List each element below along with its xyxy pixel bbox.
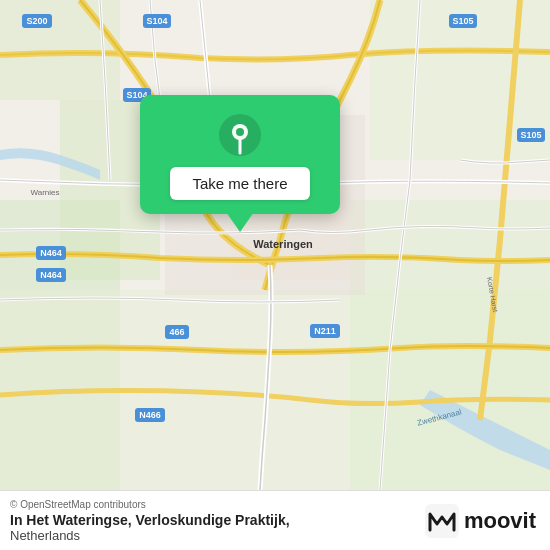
svg-point-35 <box>236 128 244 136</box>
svg-text:466: 466 <box>169 327 184 337</box>
moovit-text: moovit <box>464 508 536 534</box>
moovit-logo-icon <box>425 504 459 538</box>
bottom-bar: © OpenStreetMap contributors In Het Wate… <box>0 490 550 550</box>
place-title: In Het Wateringse, Verloskundige Praktij… <box>10 512 290 528</box>
svg-text:S105: S105 <box>452 16 473 26</box>
bottom-info: © OpenStreetMap contributors In Het Wate… <box>10 499 290 543</box>
svg-text:N466: N466 <box>139 410 161 420</box>
svg-text:N464: N464 <box>40 270 62 280</box>
place-subtitle: Netherlands <box>10 528 290 543</box>
svg-text:S104: S104 <box>146 16 167 26</box>
copyright-text: © OpenStreetMap contributors <box>10 499 290 510</box>
svg-text:Warnies: Warnies <box>30 188 59 197</box>
svg-text:N211: N211 <box>314 326 336 336</box>
map-popup: Take me there <box>140 95 340 214</box>
take-me-there-button[interactable]: Take me there <box>170 167 309 200</box>
map-container: S200 S104 S104 S105 S105 N464 N464 466 N… <box>0 0 550 490</box>
svg-text:Wateringen: Wateringen <box>253 238 313 250</box>
svg-text:S105: S105 <box>520 130 541 140</box>
moovit-logo: moovit <box>425 504 536 538</box>
svg-text:S200: S200 <box>26 16 47 26</box>
location-pin-icon <box>218 113 262 157</box>
svg-text:N464: N464 <box>40 248 62 258</box>
